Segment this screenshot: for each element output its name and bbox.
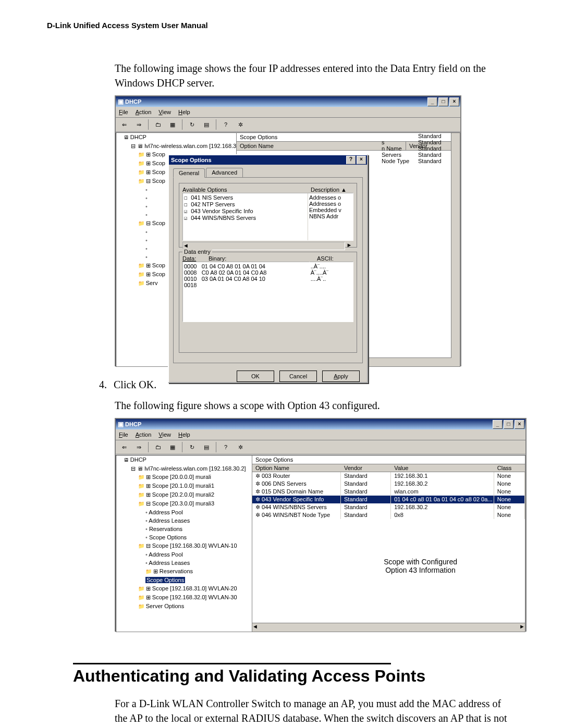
toolbar-divider <box>148 119 149 130</box>
menu-view[interactable]: View <box>158 109 171 115</box>
option-row[interactable]: ☑ 043 Vendor Specific Info <box>184 208 307 215</box>
tree-address-pool[interactable]: Address Pool <box>145 508 252 516</box>
toolbar-divider <box>216 119 216 130</box>
menu-file[interactable]: File <box>119 431 128 438</box>
help-button[interactable]: ? <box>219 119 232 130</box>
tree-address-leases[interactable]: Address Leases <box>145 559 252 567</box>
list-row[interactable]: ✲ 003 RouterStandard192.168.30.1None <box>252 472 525 480</box>
data-entry-group-label: Data entry <box>182 249 212 255</box>
list-title: Scope Options <box>252 455 525 464</box>
section-divider <box>73 663 391 664</box>
back-button[interactable]: ⇐ <box>118 441 130 453</box>
tab-general[interactable]: General <box>173 168 205 178</box>
options-button[interactable]: ✲ <box>234 119 247 130</box>
tree-scope[interactable]: ⊞ Scope [20.2.0.0] murali2 <box>138 490 252 499</box>
col-data-label: Data: <box>182 255 209 262</box>
col-binary-label: Binary: <box>209 255 317 262</box>
properties-button[interactable]: ▦ <box>166 119 179 130</box>
maximize-button[interactable]: □ <box>438 97 448 106</box>
menu-action[interactable]: Action <box>136 109 152 115</box>
maximize-button[interactable]: □ <box>504 420 513 429</box>
dialog-close-button[interactable]: × <box>357 156 366 164</box>
col-option-name[interactable]: Option Name <box>237 142 406 150</box>
menu-view[interactable]: View <box>158 431 171 438</box>
col-value[interactable]: Value <box>391 464 494 472</box>
list-row[interactable]: ✲ 046 WINS/NBT Node TypeStandard0x8None <box>252 511 525 519</box>
col-class[interactable]: Class <box>494 464 525 472</box>
menu-file[interactable]: FFileile <box>119 109 128 115</box>
tree-reservations[interactable]: Reservations <box>145 525 252 533</box>
scrollbar-vertical[interactable] <box>451 133 460 358</box>
list-header: Option Name Vendor Value Class <box>252 464 525 472</box>
ok-button[interactable]: OK <box>237 371 274 382</box>
intro-paragraph-2: The following figure shows a scope with … <box>115 398 516 413</box>
tree-reservations[interactable]: ⊞ Reservations <box>145 567 252 576</box>
option-row[interactable]: ☑ 044 WINS/NBNS Servers <box>184 215 307 221</box>
tree-scope[interactable]: ⊟ Scope [20.3.0.0] murali3 Address Pool … <box>138 499 252 541</box>
forward-button[interactable]: ⇒ <box>132 119 145 130</box>
annotation-callout: Scope with Configured Option 43 Informat… <box>384 558 457 574</box>
list-row[interactable]: ✲ 006 DNS ServersStandard192.168.30.2Non… <box>252 480 525 488</box>
up-button[interactable]: 🗀 <box>152 119 164 130</box>
cancel-button[interactable]: Cancel <box>279 371 317 382</box>
options-button[interactable]: ✲ <box>234 441 247 453</box>
tab-advanced[interactable]: Advanced <box>206 168 243 177</box>
tree-scope-options-selected[interactable]: Scope Options <box>145 576 252 584</box>
menu-bar: FFileile Action View Help <box>116 107 460 118</box>
list-pane: Scope Options Option Name Vendor Value C… <box>252 455 525 632</box>
tree-address-pool[interactable]: Address Pool <box>145 550 252 559</box>
menu-action[interactable]: Action <box>136 431 152 438</box>
toolbar-divider <box>182 119 182 130</box>
close-button[interactable]: × <box>515 420 524 429</box>
hex-editor[interactable]: 0000 01 04 C0 A8 01 0A 01 04 0008 C0 A8 … <box>182 262 310 322</box>
refresh-button[interactable]: ↻ <box>186 441 198 453</box>
properties-button[interactable]: ▦ <box>166 441 179 453</box>
tree-scope[interactable]: ⊟ Scope [192.168.30.0] WVLAN-10 Address … <box>138 541 252 584</box>
refresh-button[interactable]: ↻ <box>186 119 198 130</box>
options-listbox[interactable]: ☐ 041 NIS Servers ☐ 042 NTP Servers ☑ 04… <box>182 193 353 241</box>
dialog-help-button[interactable]: ? <box>346 156 356 164</box>
tree-scope[interactable]: ⊞ Scope [192.168.31.0] WVLAN-20 <box>138 584 252 593</box>
tree-address-leases[interactable]: Address Leases <box>145 516 252 525</box>
col-vendor[interactable]: Vendor <box>341 464 391 472</box>
minimize-button[interactable]: _ <box>493 420 503 429</box>
section-heading: Authenticating and Validating Access Poi… <box>73 667 516 686</box>
window-titlebar: ▣ DHCP _ □ × <box>116 96 460 107</box>
tree-scope[interactable]: ⊞ Scope [20.0.0.0] murali <box>138 473 252 482</box>
intro-paragraph-1: The following image shows the four IP ad… <box>115 61 516 90</box>
list-row[interactable]: ✲ 044 WINS/NBNS ServersStandard192.168.3… <box>252 503 525 511</box>
menu-help[interactable]: Help <box>178 431 190 438</box>
back-button[interactable]: ⇐ <box>118 119 130 130</box>
option-row[interactable]: ☐ 042 NTP Servers <box>184 201 307 208</box>
tree-scope[interactable]: ⊞ Scope [20.1.0.0] murali1 <box>138 482 252 490</box>
export-button[interactable]: ▤ <box>200 119 213 130</box>
window-title: DHCP <box>125 98 141 105</box>
scroll-right-button[interactable]: ► <box>345 242 353 250</box>
menu-help[interactable]: Help <box>178 109 190 115</box>
forward-button[interactable]: ⇒ <box>132 441 145 453</box>
help-button[interactable]: ? <box>219 441 232 453</box>
up-button[interactable]: 🗀 <box>152 441 164 453</box>
scrollbar-horizontal[interactable]: ◄► <box>252 623 525 632</box>
list-row[interactable]: ✲ 015 DNS Domain NameStandardwlan.comNon… <box>252 488 525 496</box>
tool-bar: ⇐ ⇒ 🗀 ▦ ↻ ▤ ? ✲ <box>116 118 460 132</box>
tree-scope[interactable]: ⊞ Scope [192.168.32.0] WVLAN-30 <box>138 593 252 602</box>
ascii-view[interactable]: ..À¨.... À¨....À¨ ....À¨.. <box>310 262 353 322</box>
tree-server[interactable]: ⊟ 🖥 lvl7nc-wireless.wlan.com [192.168.30… <box>131 464 252 611</box>
screenshot-dhcp-dialog: ▣ DHCP _ □ × FFileile Action View Help ⇐… <box>115 95 461 366</box>
close-button[interactable]: × <box>449 97 459 106</box>
tree-pane[interactable]: DHCP ⊟ 🖥 lvl7nc-wireless.wlan.com [192.1… <box>116 455 252 632</box>
tree-root[interactable]: DHCP ⊟ 🖥 lvl7nc-wireless.wlan.com [192.1… <box>124 455 252 611</box>
window-title: DHCP <box>125 421 141 427</box>
tree-scope-options[interactable]: Scope Options <box>145 533 252 541</box>
app-icon: ▣ <box>118 98 124 105</box>
dialog-title: Scope Options <box>171 157 212 163</box>
running-header: D-Link Unified Access System User Manual <box>47 21 516 30</box>
minimize-button[interactable]: _ <box>427 97 437 106</box>
col-option-name[interactable]: Option Name <box>252 464 341 472</box>
apply-button[interactable]: Apply <box>322 371 360 382</box>
option-row[interactable]: ☐ 041 NIS Servers <box>184 194 307 201</box>
list-row[interactable]: ✲ 043 Vendor Specific InfoStandard01 04 … <box>252 496 525 503</box>
tree-server-options[interactable]: Server Options <box>138 602 252 611</box>
export-button[interactable]: ▤ <box>200 441 213 453</box>
